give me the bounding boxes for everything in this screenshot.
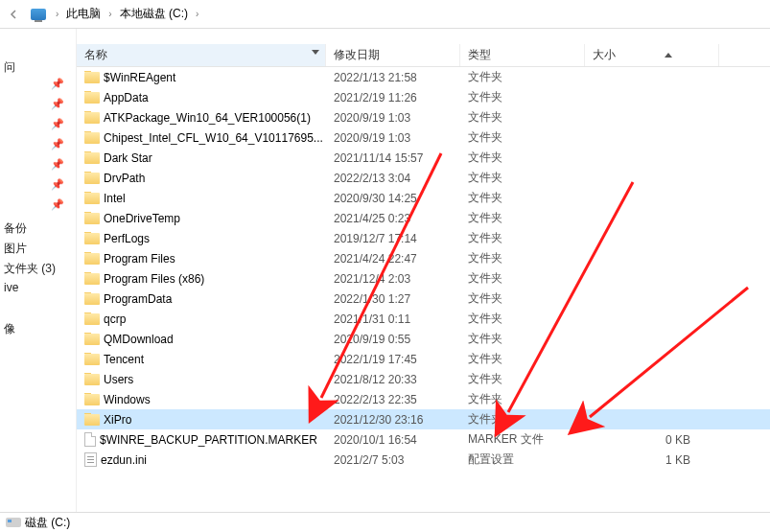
pin-icon: 📌 [0,178,76,198]
table-row[interactable]: $WINRE_BACKUP_PARTITION.MARKER2020/10/1 … [77,429,770,450]
cell-date: 2021/1/31 0:11 [326,312,460,326]
cell-name: Intel [77,192,326,205]
cell-name: ATKPackage_Win10_64_VER100056(1) [77,111,326,125]
column-headers: 名称 修改日期 类型 大小 [77,44,770,67]
column-header-date[interactable]: 修改日期 [326,44,460,66]
sidebar: 问 📌 📌 📌 📌 📌 📌 📌 备份 图片 文件夹 (3) ive 像 [0,29,77,512]
table-row[interactable]: PerfLogs2019/12/7 17:14文件夹 [77,228,770,248]
sidebar-item[interactable]: 备份 [0,219,76,239]
sidebar-item[interactable]: ive [0,279,76,299]
file-name: XiPro [104,413,131,427]
table-row[interactable]: ezdun.ini2021/2/7 5:03配置设置1 KB [77,450,770,470]
cell-type: 文件夹 [460,250,585,266]
file-name: Chipest_Intel_CFL_W10_64_V10117695... [104,131,323,145]
cell-name: Windows [77,393,326,406]
table-row[interactable]: AppData2021/2/19 11:26文件夹 [77,87,770,107]
table-row[interactable]: OneDriveTemp2021/4/25 0:23文件夹 [77,208,770,228]
sidebar-item[interactable]: 问 [0,58,76,78]
sidebar-item[interactable]: 像 [0,319,76,339]
table-row[interactable]: XiPro2021/12/30 23:16文件夹 [77,409,770,429]
file-name: $WINRE_BACKUP_PARTITION.MARKER [100,433,317,447]
cell-name: qcrp [77,312,326,326]
file-list: 名称 修改日期 类型 大小 $WinREAgent2022/1/13 21:58… [77,29,770,512]
folder-icon [84,132,100,144]
column-header-size[interactable]: 大小 [585,44,719,66]
cell-name: XiPro [77,413,326,427]
breadcrumb-drive[interactable]: 本地磁盘 (C:) [118,6,190,22]
chevron-right-icon: › [106,9,113,19]
file-name: OneDriveTemp [104,212,180,225]
sort-desc-icon [312,50,319,55]
cell-type: 文件夹 [460,210,585,226]
folder-icon [84,92,100,104]
back-arrow-icon[interactable] [4,5,23,24]
this-pc-icon [31,9,46,20]
file-name: DrvPath [104,172,145,185]
cell-name: $WINRE_BACKUP_PARTITION.MARKER [77,432,326,447]
cell-type: 文件夹 [460,109,585,126]
pin-icon: 📌 [0,158,76,178]
cell-date: 2021/2/19 11:26 [326,91,460,104]
cell-type: 文件夹 [460,331,585,347]
cell-type: 文件夹 [460,411,585,428]
cell-type: 文件夹 [460,129,585,146]
table-row[interactable]: ProgramData2022/1/30 1:27文件夹 [77,289,770,309]
table-row[interactable]: Users2021/8/12 20:33文件夹 [77,369,770,389]
drive-icon [6,518,21,527]
status-drive-label: 磁盘 (C:) [25,515,70,531]
cell-date: 2021/4/25 0:23 [326,212,460,225]
folder-icon [84,394,100,405]
cell-name: QMDownload [77,333,326,346]
table-row[interactable]: qcrp2021/1/31 0:11文件夹 [77,309,770,329]
caret-up-icon [665,53,672,58]
table-row[interactable]: Dark Star2021/11/14 15:57文件夹 [77,148,770,168]
cell-name: Chipest_Intel_CFL_W10_64_V10117695... [77,131,326,145]
cell-type: 文件夹 [460,170,585,186]
table-row[interactable]: QMDownload2020/9/19 0:55文件夹 [77,329,770,349]
cell-name: Tencent [77,353,326,366]
cell-type: 配置设置 [460,451,585,468]
cell-type: 文件夹 [460,69,585,85]
table-row[interactable]: Windows2022/2/13 22:35文件夹 [77,389,770,409]
column-header-type[interactable]: 类型 [460,44,585,66]
sidebar-item[interactable]: 文件夹 (3) [0,259,76,279]
cell-date: 2020/10/1 16:54 [326,433,460,447]
pin-icon: 📌 [0,198,76,219]
file-icon [84,432,96,447]
folder-icon [84,414,100,426]
column-header-name[interactable]: 名称 [77,44,326,66]
cell-name: OneDriveTemp [77,212,326,225]
cell-type: 文件夹 [460,391,585,407]
folder-icon [84,273,100,285]
breadcrumb-this-pc[interactable]: 此电脑 [64,6,103,22]
file-name: AppData [104,91,149,104]
table-row[interactable]: Chipest_Intel_CFL_W10_64_V10117695...202… [77,127,770,148]
cell-date: 2019/12/7 17:14 [326,232,460,245]
table-row[interactable]: Tencent2022/1/19 17:45文件夹 [77,349,770,369]
table-row[interactable]: Program Files2021/4/24 22:47文件夹 [77,248,770,268]
cell-type: 文件夹 [460,371,585,387]
cell-name: Users [77,373,326,386]
folder-icon [84,152,100,164]
column-header-label: 名称 [84,47,107,63]
cell-date: 2022/1/13 21:58 [326,71,460,84]
file-name: $WinREAgent [104,71,175,84]
cell-date: 2021/2/7 5:03 [326,453,460,467]
cell-type: 文件夹 [460,150,585,166]
cell-type: 文件夹 [460,311,585,327]
table-row[interactable]: $WinREAgent2022/1/13 21:58文件夹 [77,67,770,87]
table-row[interactable]: Program Files (x86)2021/12/4 2:03文件夹 [77,268,770,289]
file-name: ProgramData [104,292,172,306]
cell-date: 2022/1/19 17:45 [326,353,460,366]
column-header-label: 大小 [593,47,616,63]
breadcrumb[interactable]: › 此电脑 › 本地磁盘 (C:) › [0,0,770,29]
sidebar-item[interactable]: 图片 [0,239,76,259]
table-row[interactable]: Intel2020/9/30 14:25文件夹 [77,188,770,208]
table-row[interactable]: DrvPath2022/2/13 3:04文件夹 [77,168,770,188]
table-row[interactable]: ATKPackage_Win10_64_VER100056(1)2020/9/1… [77,107,770,127]
folder-icon [84,72,100,83]
column-header-label: 类型 [468,47,491,63]
folder-icon [84,293,100,305]
chevron-right-icon: › [194,9,200,19]
cell-date: 2021/8/12 20:33 [326,373,460,386]
